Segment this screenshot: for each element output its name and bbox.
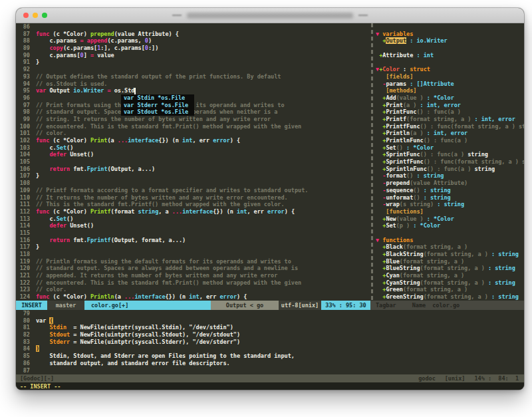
code-line[interactable]: 88 c.params = append(c.params, 0) [16, 37, 370, 45]
tagbar-row[interactable]: -unformat() : string [376, 194, 524, 202]
code-line[interactable]: 86 [16, 23, 370, 31]
code-line[interactable]: 90 c.params[0] = value [16, 52, 370, 59]
tagbar-row[interactable]: -format() : string [376, 172, 524, 180]
tagbar-row[interactable]: +Set(p ) : *Color [376, 222, 524, 229]
tagbar-row[interactable]: [functions] [376, 208, 524, 215]
tagbar-row[interactable]: -params : []Attribute [376, 80, 524, 88]
code-line[interactable]: 95var Output io.Writer = os.Std [16, 87, 370, 94]
tagbar-row[interactable]: +Add(value ) : *Color [376, 94, 524, 102]
code-line[interactable]: 124func (c *Color) Println(a ...interfac… [16, 293, 370, 301]
code-line[interactable]: 121// appended. It returns the number of… [16, 272, 370, 279]
code-line[interactable]: 100// encountered. This is the standard … [16, 123, 370, 130]
code-line[interactable]: 114 defer Unset() [16, 222, 370, 229]
tagbar-row[interactable]: +Set() : *Color [376, 144, 524, 152]
tagbar-row[interactable] [376, 229, 524, 237]
godoc-line[interactable]: 80var ( [16, 317, 524, 325]
code-line[interactable]: 118 [16, 251, 370, 258]
tagbar-row[interactable]: -sequence() : string [376, 187, 524, 194]
code-line[interactable]: 123// color. [16, 286, 370, 293]
code-line[interactable]: 101// color. [16, 130, 370, 137]
godoc-line[interactable]: 79 [16, 310, 524, 317]
tagbar-row[interactable]: +Green(format string, a ) [376, 286, 524, 293]
code-line[interactable]: 104 defer Unset() [16, 151, 370, 158]
tagbar-row[interactable]: ▼ functions [376, 237, 524, 244]
code-line[interactable]: 112func (c *Color) Printf(format string,… [16, 208, 370, 215]
code-line[interactable]: 93// Output defines the standard output … [16, 73, 370, 80]
godoc-line[interactable]: 81 Stdin = NewFile(uintptr(syscall.Stdin… [16, 324, 524, 331]
code-line[interactable]: 108 [16, 180, 370, 187]
code-line[interactable]: 87func (c *Color) prepend(value Attribut… [16, 31, 370, 38]
tagbar-row[interactable]: +BlueString(format string, a ) : string [376, 265, 524, 272]
tagbar-row[interactable]: -wrap(s string) : string [376, 201, 524, 208]
code-editor-pane[interactable]: 8687func (c *Color) prepend(value Attrib… [16, 23, 370, 301]
tagbar-row[interactable]: +Black(format string, a ) [376, 243, 524, 251]
godoc-preview-pane[interactable]: 7980var (81 Stdin = NewFile(uintptr(sysc… [16, 310, 524, 374]
code-line[interactable]: 102func (c *Color) Print(a ...interface{… [16, 137, 370, 144]
completion-item[interactable]: var Stdout *os.File [121, 108, 194, 116]
tagbar-row[interactable]: +PrintfFunc() : func(format string, a ) … [376, 123, 524, 130]
window-titlebar[interactable] [16, 8, 524, 23]
tagbar-row[interactable]: [fields] [376, 73, 524, 80]
godoc-line[interactable]: 86 standard output, and standard error f… [16, 360, 524, 367]
code-line[interactable]: 120// standard output. Spaces are always… [16, 265, 370, 272]
tagbar-row[interactable]: ▼+Color : struct [376, 66, 524, 73]
godoc-line[interactable]: 84) [16, 345, 524, 352]
line-number: 80 [16, 317, 30, 325]
tagbar-row[interactable]: +Attribute : int [376, 52, 524, 59]
completion-item[interactable]: var Stderr *os.File [121, 102, 194, 109]
minimize-button[interactable] [33, 13, 38, 18]
tagbar-row[interactable]: +SprintFunc() : func(a ) string [376, 151, 524, 158]
tagbar-row[interactable]: +GreenString(format string, a ) : string [376, 293, 524, 301]
tagbar-row[interactable] [376, 59, 524, 66]
code-line[interactable]: 103 c.Set() [16, 144, 370, 152]
tagbar-row[interactable]: +PrintFunc() : func(a ) [376, 108, 524, 116]
tagbar-row[interactable]: [methods] [376, 87, 524, 94]
close-button[interactable] [23, 13, 29, 18]
tagbar-row[interactable]: +Printf(format string, a ) : int, error [376, 116, 524, 123]
token-k: copy [49, 45, 63, 51]
tagbar-row[interactable]: ▼ variables [376, 31, 524, 38]
tagbar-row[interactable]: +SprintfFunc() : func(format string, a )… [376, 158, 524, 166]
tagbar-row[interactable]: +PrintlnFunc() : func(a ) [376, 137, 524, 144]
code-line[interactable]: 92 [16, 66, 370, 73]
code-line[interactable]: 111// This is the standard fmt.Printf() … [16, 201, 370, 208]
token-c: // Println formats using the default for… [36, 258, 291, 265]
tagbar-row[interactable]: +Cyan(format string, a ) [376, 272, 524, 279]
token-w [36, 331, 49, 338]
code-line[interactable]: 116 return fmt.Fprintf(Output, format, a… [16, 237, 370, 244]
tagbar-row[interactable]: +BlackString(format string, a ) : string [376, 251, 524, 258]
tagbar-row[interactable]: -prepend(value Attribute) [376, 180, 524, 187]
tagbar-row[interactable]: +Blue(format string, a ) [376, 258, 524, 265]
tagbar-row[interactable]: +Print(a ) : int, error [376, 102, 524, 109]
completion-item[interactable]: var Stdin *os.File [121, 94, 194, 102]
code-line[interactable]: 119// Println formats using the default … [16, 258, 370, 265]
godoc-line[interactable]: 82 Stdout = NewFile(uintptr(syscall.Stdo… [16, 331, 524, 339]
tagbar-row[interactable]: +Println(a ) : int, error [376, 130, 524, 137]
token-nm: New [386, 215, 396, 222]
completion-popup[interactable]: var Stdin *os.Filevar Stderr *os.Filevar… [121, 94, 194, 116]
code-line[interactable]: 106 return fmt.Fprint(Output, a...) [16, 166, 370, 173]
tagbar-row[interactable]: +Output : io.Writer [376, 37, 524, 45]
zoom-button[interactable] [42, 13, 47, 18]
tagbar-sidebar[interactable]: ▼ variables +Output : io.Writer +Attribu… [374, 23, 524, 301]
code-line[interactable]: 99// string. It returns the number of by… [16, 116, 370, 123]
godoc-line[interactable]: 85 Stdin, Stdout, and Stderr are open Fi… [16, 352, 524, 360]
code-line[interactable]: 117} [16, 243, 370, 251]
code-line[interactable]: 113 c.Set() [16, 215, 370, 223]
code-line[interactable]: 107} [16, 172, 370, 180]
tagbar-row[interactable]: +SprintlnFunc() : func(a ) string [376, 166, 524, 173]
code-line[interactable]: 89 copy(c.params[1:], c.params[0:]) [16, 45, 370, 52]
code-line[interactable]: 105 [16, 158, 370, 166]
code-line[interactable]: 109// Printf formats according to a form… [16, 187, 370, 194]
code-line[interactable]: 115 [16, 229, 370, 237]
code-line[interactable]: 91} [16, 59, 370, 66]
tagbar-row[interactable]: +CyanString(format string, a ) : string [376, 279, 524, 287]
godoc-line[interactable]: 83 Stderr = NewFile(uintptr(syscall.Stde… [16, 339, 524, 346]
tagbar-row[interactable] [376, 23, 524, 31]
code-line[interactable]: 94// os.Stdout is used. [16, 80, 370, 88]
code-line[interactable]: 122// encountered. This is the standard … [16, 279, 370, 287]
code-line[interactable]: 110// It returns the number of bytes wri… [16, 194, 370, 202]
tagbar-row[interactable]: +New(value ) : *Color [376, 215, 524, 223]
godoc-line[interactable]: 87 [16, 367, 524, 374]
tagbar-row[interactable] [376, 45, 524, 52]
